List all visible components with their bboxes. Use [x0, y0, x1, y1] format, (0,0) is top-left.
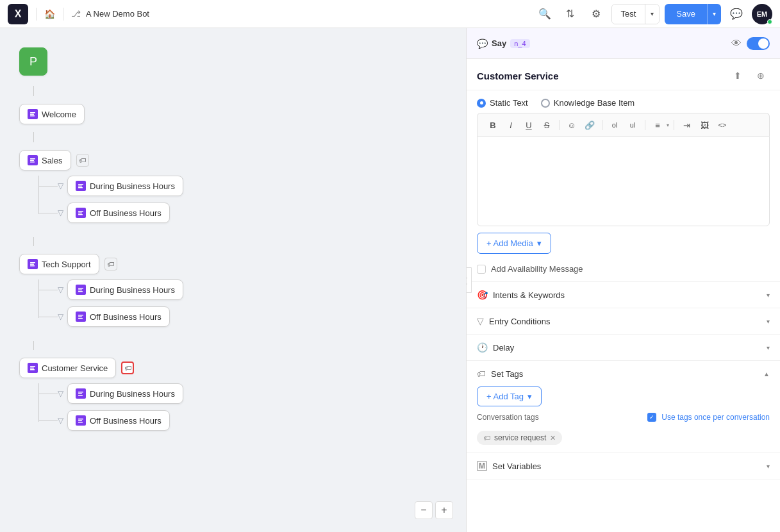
content-type-row: Static Text Knowledge Base Item [467, 90, 780, 113]
kb-item-radio[interactable]: Knowledge Base Item [541, 98, 635, 108]
editor-area[interactable] [477, 137, 770, 226]
entry-header-left: ▽ Entry Conditions [477, 316, 550, 326]
tag-chips-container: 🏷 service request ✕ [477, 427, 770, 445]
nav-divider-2 [63, 8, 63, 21]
sales-off-icon [76, 208, 86, 218]
tags-header[interactable]: 🏷 Set Tags ▲ [467, 361, 780, 387]
variables-title: Set Variables [492, 461, 541, 471]
panel-collapse-button[interactable]: ❮ [466, 267, 472, 293]
ol-button[interactable]: ol [607, 117, 622, 133]
code-button[interactable]: <> [715, 117, 730, 133]
sales-node[interactable]: Sales [19, 150, 71, 170]
app-logo[interactable]: X [8, 4, 28, 24]
cs-during-icon [76, 388, 86, 399]
customer-service-node[interactable]: Customer Service [19, 358, 116, 378]
svg-rect-29 [78, 422, 83, 423]
bold-button[interactable]: B [485, 117, 501, 133]
sales-during-bh[interactable]: During Business Hours [67, 176, 183, 196]
start-icon: P [29, 55, 37, 69]
image-button[interactable]: 🖼 [697, 117, 712, 133]
avatar[interactable]: EM [752, 4, 772, 24]
cs-row: Customer Service 🏷 [19, 358, 183, 378]
static-text-radio[interactable]: Static Text [477, 98, 528, 108]
panel-toggle[interactable] [747, 37, 770, 50]
tech-child-2-row: ▽ Off Business Hours [58, 306, 183, 327]
delay-header[interactable]: 🕐 Delay ▾ [467, 335, 780, 360]
add-media-arrow: ▾ [537, 238, 542, 248]
start-node[interactable]: P [19, 47, 47, 76]
add-tag-label: + Add Tag [486, 392, 524, 401]
svg-rect-7 [78, 186, 82, 187]
swap-button[interactable]: ⇅ [560, 4, 581, 24]
test-main-button[interactable]: Test [612, 4, 645, 24]
cs-during-bh[interactable]: During Business Hours [67, 383, 183, 404]
test-caret-button[interactable]: ▾ [645, 4, 659, 24]
add-branch-button[interactable]: ⊕ [752, 67, 770, 85]
sales-during-label: During Business Hours [90, 181, 175, 191]
entry-header[interactable]: ▽ Entry Conditions ▾ [467, 308, 780, 334]
tech-during-icon [76, 285, 86, 295]
sales-child-1-row: ▽ During Business Hours [58, 176, 183, 196]
tags-header-left: 🏷 Set Tags [477, 369, 523, 379]
settings-button[interactable]: ⚙ [586, 4, 606, 24]
add-media-button[interactable]: + Add Media ▾ [477, 233, 551, 254]
ul-button[interactable]: ul [625, 117, 640, 133]
sales-child-2-connector [38, 213, 58, 213]
use-once-checkbox[interactable] [647, 413, 656, 422]
align-button[interactable]: ≡ [650, 117, 665, 133]
svg-rect-0 [30, 112, 35, 113]
entry-title: Entry Conditions [489, 317, 550, 326]
home-icon[interactable]: 🏠 [44, 9, 55, 19]
bot-name: A New Demo Bot [86, 9, 149, 19]
cs-child-1-conn [38, 394, 58, 394]
cs-off-bh[interactable]: Off Business Hours [67, 410, 170, 431]
sales-tag-icon[interactable]: 🏷 [76, 154, 89, 167]
emoji-button[interactable]: ☺ [564, 117, 579, 133]
underline-button[interactable]: U [521, 117, 536, 133]
indent-button[interactable]: ⇥ [679, 117, 694, 133]
variables-header[interactable]: M Set Variables ▾ [467, 453, 780, 479]
cs-branch-line [38, 383, 39, 422]
search-button[interactable]: 🔍 [535, 4, 555, 24]
say-badge: 💬 Say n_4 [477, 38, 530, 49]
delay-chevron: ▾ [767, 344, 770, 351]
svg-rect-16 [78, 290, 82, 291]
italic-button[interactable]: I [503, 117, 519, 133]
canvas[interactable]: P Welcome [0, 28, 466, 532]
intents-header[interactable]: 🎯 Intents & Keywords ▾ [467, 282, 780, 308]
strikethrough-button[interactable]: S [539, 117, 554, 133]
tech-off-bh[interactable]: Off Business Hours [67, 306, 170, 327]
save-button[interactable]: Save [665, 4, 707, 24]
sales-branch-line [38, 176, 39, 214]
availability-checkbox[interactable] [477, 265, 486, 274]
sales-off-bh[interactable]: Off Business Hours [67, 203, 170, 223]
welcome-node[interactable]: Welcome [19, 104, 85, 124]
use-once-label: Use tags once per conversation [661, 413, 770, 422]
svg-rect-13 [30, 264, 34, 265]
conversation-tags-label: Conversation tags [477, 413, 539, 422]
panel-title-row: Customer Service ⬆ ⊕ [467, 59, 780, 90]
online-indicator [767, 19, 772, 24]
filter-icon-5: ▽ [58, 389, 63, 398]
toolbar-sep-2 [602, 120, 602, 130]
panel-eye-button[interactable]: 👁 [731, 38, 742, 49]
cs-tag-icon-highlighted[interactable]: 🏷 [121, 362, 134, 374]
add-tag-button[interactable]: + Add Tag ▾ [477, 387, 542, 406]
tech-support-node[interactable]: Tech Support [19, 254, 99, 274]
tech-during-label: During Business Hours [90, 285, 175, 295]
zoom-out-button[interactable]: − [415, 501, 433, 519]
export-button[interactable]: ⬆ [729, 67, 747, 85]
tech-during-bh[interactable]: During Business Hours [67, 279, 183, 300]
zoom-in-button[interactable]: + [435, 501, 453, 519]
link-button[interactable]: 🔗 [582, 117, 597, 133]
cs-off-icon [76, 415, 86, 426]
messages-button[interactable]: 💬 [726, 4, 747, 24]
svg-rect-17 [78, 291, 83, 292]
tech-tag-icon[interactable]: 🏷 [104, 258, 117, 270]
sales-icon [28, 155, 38, 165]
test-btn-group: Test ▾ [611, 4, 660, 24]
save-caret-button[interactable]: ▾ [707, 4, 721, 24]
tag-chip: 🏷 service request ✕ [477, 431, 562, 445]
tag-chip-close[interactable]: ✕ [550, 434, 556, 442]
tech-icon [28, 259, 38, 269]
